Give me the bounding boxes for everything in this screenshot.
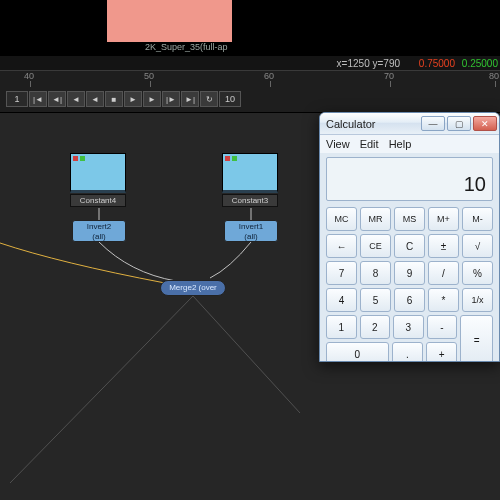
calculator-title-text: Calculator <box>326 118 376 130</box>
status-bar: x=1250 y=790 0.75000 0.25000 <box>0 55 500 71</box>
viewer-image <box>107 0 232 42</box>
key-ce[interactable]: CE <box>360 234 391 258</box>
tick-60: 60 <box>264 71 274 81</box>
invert1-channels: (all) <box>225 232 277 242</box>
invert2-channels: (all) <box>73 232 125 242</box>
menu-view[interactable]: View <box>326 138 350 150</box>
calculator-display: 10 <box>326 157 493 201</box>
key-mc[interactable]: MC <box>326 207 357 231</box>
status-coordinates: x=1250 y=790 <box>337 58 400 69</box>
calculator-titlebar[interactable]: Calculator — ▢ ✕ <box>320 113 499 135</box>
key-negate[interactable]: ± <box>428 234 459 258</box>
tick-80: 80 <box>489 71 499 81</box>
node-constant3[interactable]: Constant3 <box>222 153 278 207</box>
key-1[interactable]: 1 <box>326 315 357 339</box>
step-forward-button[interactable]: ► <box>143 91 161 107</box>
key-add[interactable]: + <box>426 342 457 362</box>
first-frame-button[interactable]: |◄ <box>29 91 47 107</box>
tick-40: 40 <box>24 71 34 81</box>
node-invert2[interactable]: Invert2 (all) <box>72 220 126 242</box>
key-4[interactable]: 4 <box>326 288 357 312</box>
node-invert1[interactable]: Invert1 (all) <box>224 220 278 242</box>
key-mplus[interactable]: M+ <box>428 207 459 231</box>
key-backspace[interactable]: ← <box>326 234 357 258</box>
play-reverse-button[interactable]: ◄ <box>86 91 104 107</box>
status-red-value: 0.75000 <box>419 58 455 69</box>
constant3-thumbnail <box>222 153 278 193</box>
tick-70: 70 <box>384 71 394 81</box>
key-5[interactable]: 5 <box>360 288 391 312</box>
calculator-menubar: View Edit Help <box>320 135 499 153</box>
close-button[interactable]: ✕ <box>473 116 497 131</box>
tick-50: 50 <box>144 71 154 81</box>
loop-button[interactable]: ↻ <box>200 91 218 107</box>
key-divide[interactable]: / <box>428 261 459 285</box>
key-mr[interactable]: MR <box>360 207 391 231</box>
node-constant4[interactable]: Constant4 <box>70 153 126 207</box>
menu-help[interactable]: Help <box>389 138 412 150</box>
viewer-format-label: 2K_Super_35(full-ap <box>145 42 228 52</box>
key-7[interactable]: 7 <box>326 261 357 285</box>
calculator-window[interactable]: Calculator — ▢ ✕ View Edit Help 10 MC MR… <box>319 112 500 362</box>
key-9[interactable]: 9 <box>394 261 425 285</box>
key-6[interactable]: 6 <box>394 288 425 312</box>
prev-key-button[interactable]: ◄| <box>48 91 66 107</box>
timeline-ruler[interactable]: 40 50 60 70 80 <box>0 71 500 87</box>
frame-start-field[interactable]: 1 <box>6 91 28 107</box>
key-decimal[interactable]: . <box>392 342 423 362</box>
menu-edit[interactable]: Edit <box>360 138 379 150</box>
calculator-keypad: MC MR MS M+ M- ← CE C ± √ 7 8 9 / % 4 5 … <box>320 205 499 362</box>
key-0[interactable]: 0 <box>326 342 389 362</box>
status-green-value: 0.25000 <box>462 58 498 69</box>
key-equals[interactable]: = <box>460 315 493 362</box>
next-key-button[interactable]: |► <box>162 91 180 107</box>
constant4-thumbnail <box>70 153 126 193</box>
invert1-name: Invert1 <box>225 222 277 232</box>
key-8[interactable]: 8 <box>360 261 391 285</box>
key-percent[interactable]: % <box>462 261 493 285</box>
node-merge2[interactable]: Merge2 (over <box>160 280 226 296</box>
key-reciprocal[interactable]: 1/x <box>462 288 493 312</box>
stop-button[interactable]: ■ <box>105 91 123 107</box>
transport-controls: 1 |◄ ◄| ◄ ◄ ■ ► ► |► ►| ↻ 10 <box>6 91 241 107</box>
minimize-button[interactable]: — <box>421 116 445 131</box>
calculator-display-value: 10 <box>464 173 486 196</box>
key-sqrt[interactable]: √ <box>462 234 493 258</box>
key-multiply[interactable]: * <box>428 288 459 312</box>
key-ms[interactable]: MS <box>394 207 425 231</box>
frame-end-field[interactable]: 10 <box>219 91 241 107</box>
key-subtract[interactable]: - <box>427 315 458 339</box>
play-button[interactable]: ► <box>124 91 142 107</box>
key-2[interactable]: 2 <box>360 315 391 339</box>
timeline: 40 50 60 70 80 1 |◄ ◄| ◄ ◄ ■ ► ► |► ►| ↻… <box>0 71 500 113</box>
constant4-label: Constant4 <box>70 194 126 207</box>
maximize-button[interactable]: ▢ <box>447 116 471 131</box>
invert2-name: Invert2 <box>73 222 125 232</box>
viewer-panel: 2K_Super_35(full-ap <box>0 0 500 55</box>
key-c[interactable]: C <box>394 234 425 258</box>
step-back-button[interactable]: ◄ <box>67 91 85 107</box>
constant3-label: Constant3 <box>222 194 278 207</box>
key-mminus[interactable]: M- <box>462 207 493 231</box>
last-frame-button[interactable]: ►| <box>181 91 199 107</box>
key-3[interactable]: 3 <box>393 315 424 339</box>
